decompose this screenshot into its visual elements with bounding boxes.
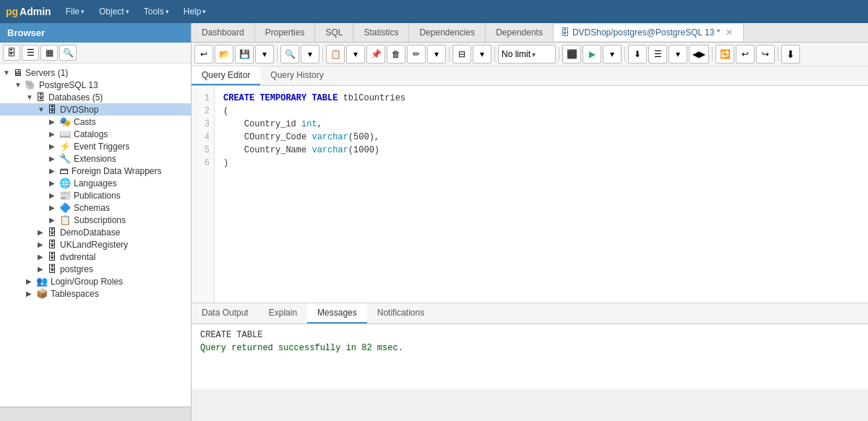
qtb-filter[interactable]: ⊟ bbox=[452, 45, 471, 64]
menu-file[interactable]: File ▾ bbox=[60, 5, 90, 18]
tree-item-publications[interactable]: ▶ 📰 Publications bbox=[0, 189, 191, 201]
dvdshop-tab-icon: 🗄 bbox=[561, 27, 570, 38]
tab-dashboard[interactable]: Dashboard bbox=[192, 23, 255, 42]
qtb-stop[interactable]: ⬛ bbox=[562, 45, 581, 64]
tree-item-schemas[interactable]: ▶ 🔷 Schemas bbox=[0, 201, 191, 214]
tree-item-tablespaces[interactable]: ▶ 📦 Tablespaces bbox=[0, 287, 191, 300]
tab-sql[interactable]: SQL bbox=[315, 23, 353, 42]
qtb-edit[interactable]: ✏ bbox=[407, 45, 426, 64]
tree-item-demodatabase[interactable]: ▶ 🗄 DemoDatabase bbox=[0, 226, 191, 238]
tree-arrow-schemas[interactable]: ▶ bbox=[49, 204, 59, 212]
qtb-sep2 bbox=[322, 47, 323, 61]
publications-label: Publications bbox=[74, 191, 121, 201]
tree-item-dvdshop[interactable]: ▼ 🗄 DVDShop bbox=[0, 103, 191, 116]
tree-item-postgres[interactable]: ▶ 🗄 postgres bbox=[0, 263, 191, 275]
menu-object[interactable]: Object ▾ bbox=[93, 5, 135, 18]
qtb-edit-dropdown[interactable]: ▾ bbox=[427, 45, 446, 64]
tree-arrow-extensions[interactable]: ▶ bbox=[49, 155, 59, 162]
tree-arrow-databases[interactable]: ▼ bbox=[26, 93, 36, 101]
databases-label: Databases (5) bbox=[48, 92, 103, 103]
menu-help[interactable]: Help ▾ bbox=[178, 5, 212, 18]
event-triggers-icon: ⚡ bbox=[59, 141, 71, 152]
qtb-find-dropdown[interactable]: ▾ bbox=[301, 45, 319, 64]
qtb-delete[interactable]: 🗑 bbox=[387, 45, 405, 64]
tab-properties[interactable]: Properties bbox=[255, 23, 316, 42]
tree-item-event-triggers[interactable]: ▶ ⚡ Event Triggers bbox=[0, 140, 191, 152]
qtb-redo[interactable]: ↪ bbox=[756, 45, 775, 64]
logo-admin: Admin bbox=[20, 6, 51, 17]
tree-item-databases[interactable]: ▼ 🗄 Databases (5) bbox=[0, 91, 191, 103]
tab-dependents[interactable]: Dependents bbox=[486, 23, 554, 42]
sidebar-btn-table[interactable]: ▦ bbox=[40, 45, 58, 61]
tab-messages[interactable]: Messages bbox=[307, 303, 367, 324]
qtb-columns[interactable]: ☰ bbox=[648, 45, 667, 64]
qtb-download[interactable]: ⬇ bbox=[628, 45, 647, 64]
tree-item-catalogs[interactable]: ▶ 📖 Catalogs bbox=[0, 128, 191, 140]
tab-explain[interactable]: Explain bbox=[259, 303, 307, 324]
qtb-save-dropdown[interactable]: ▾ bbox=[255, 45, 274, 64]
qtb-limit-arrow: ▾ bbox=[532, 51, 536, 58]
qtb-run[interactable]: ▶ bbox=[583, 45, 601, 64]
tab-notifications[interactable]: Notifications bbox=[367, 303, 434, 324]
tree-arrow-ukland[interactable]: ▶ bbox=[38, 240, 48, 248]
qtb-refresh[interactable]: 🔁 bbox=[716, 45, 734, 64]
qtb-find[interactable]: 🔍 bbox=[280, 45, 299, 64]
tab-query-history[interactable]: Query History bbox=[260, 66, 333, 85]
tab-dependencies[interactable]: Dependencies bbox=[409, 23, 486, 42]
qtb-commit[interactable]: ⬇ bbox=[781, 45, 800, 64]
qtb-paste[interactable]: 📌 bbox=[366, 45, 385, 64]
tree-arrow-dvdshop[interactable]: ▼ bbox=[38, 105, 48, 113]
tab-query-editor[interactable]: Query Editor bbox=[192, 66, 260, 85]
tree-item-extensions[interactable]: ▶ 🔧 Extensions bbox=[0, 152, 191, 165]
qtb-filter-dropdown[interactable]: ▾ bbox=[473, 45, 491, 64]
qtb-new-file[interactable]: ↩ bbox=[194, 45, 213, 64]
qtb-undo[interactable]: ↩ bbox=[736, 45, 755, 64]
dvdshop-tab-close[interactable]: ✕ bbox=[726, 27, 733, 38]
tree-item-fdw[interactable]: ▶ 🗃 Foreign Data Wrappers bbox=[0, 165, 191, 177]
tab-data-output[interactable]: Data Output bbox=[192, 303, 259, 324]
tree-arrow-subscriptions[interactable]: ▶ bbox=[49, 216, 59, 224]
qtb-columns-dropdown[interactable]: ▾ bbox=[669, 45, 687, 64]
tree-arrow-event-triggers[interactable]: ▶ bbox=[49, 142, 59, 150]
editor-area[interactable]: 1 2 3 4 5 6 CREATE TEMPORARY TABLE tblCo… bbox=[192, 86, 868, 303]
tree-item-subscriptions[interactable]: ▶ 📋 Subscriptions bbox=[0, 214, 191, 226]
tree-arrow-publications[interactable]: ▶ bbox=[49, 191, 59, 199]
tree-arrow-fdw[interactable]: ▶ bbox=[49, 167, 59, 175]
tree-arrow-dvdrental[interactable]: ▶ bbox=[38, 253, 48, 261]
sidebar-btn-view[interactable]: 🗄 bbox=[3, 45, 20, 61]
code-content[interactable]: CREATE TEMPORARY TABLE tblCountries ( Co… bbox=[215, 86, 868, 303]
tree-arrow-catalogs[interactable]: ▶ bbox=[49, 130, 59, 138]
tree-arrow-servers[interactable]: ▼ bbox=[3, 69, 13, 77]
tree-arrow-postgres[interactable]: ▶ bbox=[38, 265, 48, 273]
tab-statistics[interactable]: Statistics bbox=[353, 23, 409, 42]
catalogs-label: Catalogs bbox=[74, 129, 108, 139]
qtb-save[interactable]: 💾 bbox=[235, 45, 254, 64]
sidebar-btn-list[interactable]: ☰ bbox=[22, 45, 39, 61]
tab-dvdshop[interactable]: 🗄 DVDShop/postgres@PostgreSQL 13 * ✕ bbox=[554, 25, 744, 41]
qtb-sep8 bbox=[778, 47, 778, 61]
tree-item-servers[interactable]: ▼ 🖥 Servers (1) bbox=[0, 66, 191, 79]
tree-item-casts[interactable]: ▶ 🎭 Casts bbox=[0, 116, 191, 128]
menu-tools[interactable]: Tools ▾ bbox=[138, 5, 175, 18]
tree-arrow-login-roles[interactable]: ▶ bbox=[26, 277, 36, 285]
qtb-copy-dropdown[interactable]: ▾ bbox=[346, 45, 365, 64]
tree-arrow-casts[interactable]: ▶ bbox=[49, 118, 59, 126]
qtb-copy[interactable]: 📋 bbox=[326, 45, 345, 64]
qtb-limit-select[interactable]: No limit ▾ bbox=[498, 45, 556, 64]
tree-arrow-postgresql[interactable]: ▼ bbox=[14, 81, 25, 89]
tree-item-postgresql[interactable]: ▼ 🐘 PostgreSQL 13 bbox=[0, 79, 191, 91]
qtb-sep6 bbox=[624, 47, 625, 61]
schemas-icon: 🔷 bbox=[59, 202, 71, 213]
tree-arrow-languages[interactable]: ▶ bbox=[49, 179, 59, 187]
sidebar-btn-search[interactable]: 🔍 bbox=[59, 45, 77, 61]
tree-item-login-roles[interactable]: ▶ 👥 Login/Group Roles bbox=[0, 275, 191, 287]
qtb-run-dropdown[interactable]: ▾ bbox=[603, 45, 622, 64]
tree-arrow-demodatabase[interactable]: ▶ bbox=[38, 228, 48, 236]
tree-item-languages[interactable]: ▶ 🌐 Languages bbox=[0, 177, 191, 189]
qtb-expand[interactable]: ◀▶ bbox=[689, 45, 709, 64]
demodatabase-label: DemoDatabase bbox=[60, 227, 120, 238]
qtb-open[interactable]: 📂 bbox=[215, 45, 233, 64]
tree-item-dvdrental[interactable]: ▶ 🗄 dvdrental bbox=[0, 251, 191, 263]
tree-arrow-tablespaces[interactable]: ▶ bbox=[26, 290, 36, 298]
tree-item-ukland[interactable]: ▶ 🗄 UKLandRegistery bbox=[0, 238, 191, 251]
